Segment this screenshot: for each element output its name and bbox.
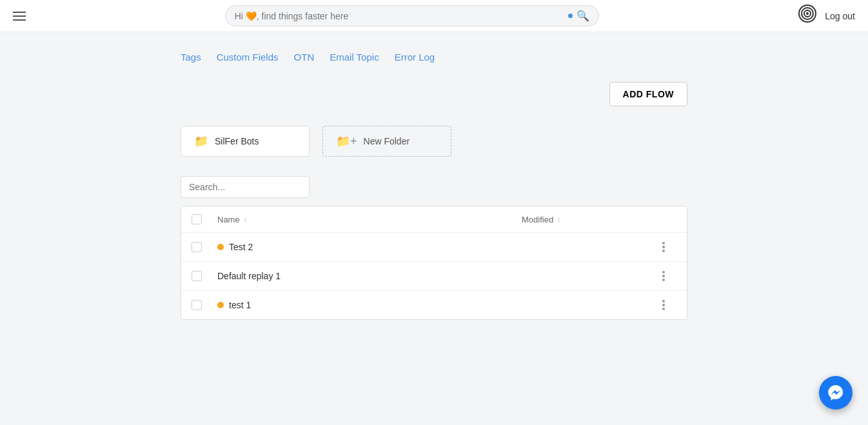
new-folder-plus-icon: 📁+ (336, 134, 357, 148)
search-icon: 🔍 (577, 10, 589, 22)
column-header-name[interactable]: Name ↕ (217, 215, 522, 224)
silfer-bots-folder[interactable]: 📁 SilFer Bots (181, 126, 310, 157)
row-name-cell: Default replay 1 (217, 271, 522, 281)
row-actions-button[interactable] (660, 270, 667, 282)
column-header-modified[interactable]: Modified ↕ (522, 215, 651, 224)
header-checkbox-cell (192, 214, 217, 224)
new-folder-label: New Folder (364, 136, 410, 146)
row-name-label: Default replay 1 (217, 271, 281, 281)
table-row: Test 2 (181, 233, 687, 262)
folder-section: 📁 SilFer Bots 📁+ New Folder (181, 126, 687, 157)
folder-icon: 📁 (194, 134, 208, 148)
row-name-label: test 1 (229, 300, 251, 310)
search-input[interactable] (235, 11, 564, 21)
row-actions-cell (651, 299, 676, 311)
folder-name: SilFer Bots (215, 136, 259, 146)
row-name-cell: test 1 (217, 300, 522, 310)
tab-custom-fields[interactable]: Custom Fields (217, 52, 279, 63)
header-left (13, 12, 26, 21)
tab-error-log[interactable]: Error Log (395, 52, 435, 63)
row-actions-button[interactable] (660, 241, 667, 253)
row-checkbox-cell (192, 242, 217, 252)
svg-point-3 (806, 12, 809, 15)
logout-button[interactable]: Log out (825, 11, 855, 21)
row-name-label: Test 2 (229, 242, 253, 252)
search-dot-indicator (568, 14, 573, 18)
new-folder[interactable]: 📁+ New Folder (322, 126, 451, 157)
table-search-container (181, 176, 687, 198)
table-header: Name ↕ Modified ↕ (181, 206, 687, 233)
row-actions-button[interactable] (660, 299, 667, 311)
hamburger-menu-icon[interactable] (13, 12, 26, 21)
add-flow-button[interactable]: ADD FLOW (609, 82, 687, 106)
header: 🔍 Log out (0, 0, 868, 32)
row-checkbox[interactable] (192, 242, 202, 252)
status-dot-active (217, 302, 224, 308)
table-row: Default replay 1 (181, 262, 687, 291)
header-right: Log out (798, 4, 855, 28)
tab-email-topic[interactable]: Email Topic (330, 52, 379, 63)
tab-otn[interactable]: OTN (294, 52, 315, 63)
data-table: Name ↕ Modified ↕ Test 2 (181, 206, 687, 320)
tab-tags[interactable]: Tags (181, 52, 201, 63)
row-checkbox[interactable] (192, 300, 202, 310)
main-content: Tags Custom Fields OTN Email Topic Error… (0, 32, 868, 339)
messenger-bubble[interactable] (819, 376, 853, 410)
row-checkbox-cell (192, 300, 217, 310)
row-name-cell: Test 2 (217, 242, 522, 252)
status-dot-active (217, 244, 224, 250)
modified-sort-icon[interactable]: ↕ (557, 216, 560, 223)
row-actions-cell (651, 241, 676, 253)
action-bar: ADD FLOW (181, 82, 687, 106)
brand-logo-icon (798, 4, 817, 28)
row-checkbox-cell (192, 271, 217, 281)
select-all-checkbox[interactable] (192, 214, 202, 224)
row-actions-cell (651, 270, 676, 282)
table-search-input[interactable] (181, 176, 310, 198)
global-search-bar: 🔍 (225, 5, 599, 26)
name-sort-icon[interactable]: ↕ (244, 216, 247, 223)
nav-tabs: Tags Custom Fields OTN Email Topic Error… (181, 52, 687, 63)
table-row: test 1 (181, 291, 687, 319)
row-checkbox[interactable] (192, 271, 202, 281)
